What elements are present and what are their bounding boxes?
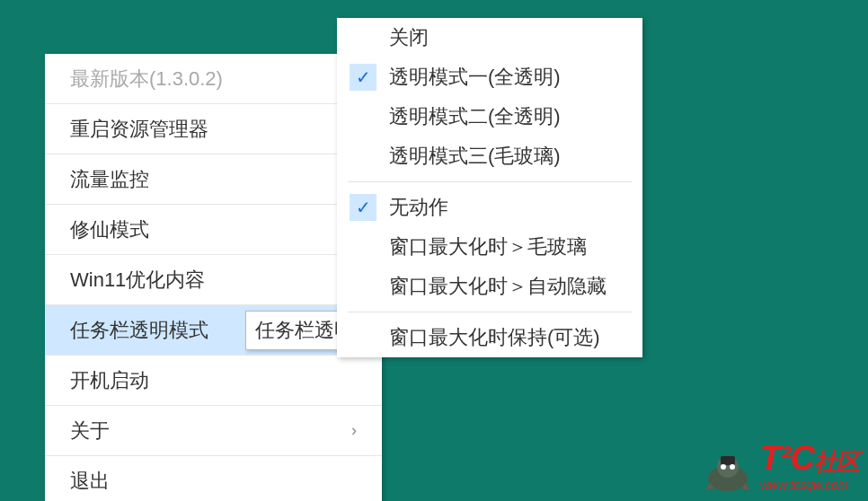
main-context-menu: 最新版本(1.3.0.2) 重启资源管理器 流量监控 › 修仙模式 › Win1… xyxy=(45,54,382,501)
menu-item-about[interactable]: 关于 › xyxy=(45,406,382,456)
submenu-item-label: 关闭 xyxy=(389,24,429,51)
submenu-item-max-glass[interactable]: 窗口最大化时＞毛玻璃 xyxy=(337,227,642,267)
menu-item-traffic-monitor[interactable]: 流量监控 › xyxy=(45,154,382,205)
watermark-text: T²C社区 www.tcsqw.com xyxy=(760,439,859,492)
submenu-item-close[interactable]: 关闭 xyxy=(337,18,642,57)
menu-item-restart-explorer[interactable]: 重启资源管理器 xyxy=(45,104,382,154)
menu-item-label: 修仙模式 xyxy=(70,216,351,243)
menu-item-exit[interactable]: 退出 xyxy=(45,456,382,501)
menu-item-label: 开机启动 xyxy=(70,367,357,394)
watermark-brand: T²C社区 xyxy=(760,439,859,477)
menu-item-label: 重启资源管理器 xyxy=(70,116,357,143)
svg-point-4 xyxy=(730,464,735,470)
submenu-item-noaction[interactable]: ✓ 无动作 xyxy=(337,188,642,227)
menu-separator xyxy=(348,312,632,312)
svg-point-3 xyxy=(721,464,726,470)
menu-item-win11-optimize[interactable]: Win11优化内容 xyxy=(45,255,382,305)
menu-title: 最新版本(1.3.0.2) xyxy=(45,54,382,104)
menu-item-label: 退出 xyxy=(70,468,357,495)
transparent-mode-submenu: 关闭 ✓ 透明模式一(全透明) 透明模式二(全透明) 透明模式三(毛玻璃) ✓ … xyxy=(337,18,642,357)
menu-title-label: 最新版本(1.3.0.2) xyxy=(70,66,357,92)
submenu-item-label: 透明模式三(毛玻璃) xyxy=(389,143,561,170)
menu-item-label: 关于 xyxy=(70,418,351,444)
menu-separator xyxy=(348,181,632,182)
submenu-item-max-keep[interactable]: 窗口最大化时保持(可选) xyxy=(337,318,642,357)
menu-item-cultivation-mode[interactable]: 修仙模式 › xyxy=(45,205,382,255)
mascot-icon xyxy=(701,447,755,492)
menu-item-label: 流量监控 xyxy=(70,166,351,193)
watermark: T²C社区 www.tcsqw.com xyxy=(701,439,859,492)
submenu-item-label: 窗口最大化时＞自动隐藏 xyxy=(389,273,607,300)
submenu-item-label: 透明模式一(全透明) xyxy=(389,64,561,91)
submenu-arrow-icon: › xyxy=(351,421,357,440)
submenu-item-mode2[interactable]: 透明模式二(全透明) xyxy=(337,97,642,136)
submenu-item-label: 窗口最大化时＞毛玻璃 xyxy=(389,233,587,260)
menu-item-label: Win11优化内容 xyxy=(70,267,357,294)
watermark-url: www.tcsqw.com xyxy=(760,478,859,492)
svg-rect-2 xyxy=(721,456,735,465)
submenu-item-label: 无动作 xyxy=(389,194,448,221)
submenu-item-max-autohide[interactable]: 窗口最大化时＞自动隐藏 xyxy=(337,267,642,306)
submenu-item-mode1[interactable]: ✓ 透明模式一(全透明) xyxy=(337,57,642,97)
submenu-item-mode3[interactable]: 透明模式三(毛玻璃) xyxy=(337,136,642,176)
check-icon: ✓ xyxy=(350,64,376,91)
check-icon: ✓ xyxy=(350,194,376,221)
submenu-item-label: 窗口最大化时保持(可选) xyxy=(389,324,600,351)
submenu-item-label: 透明模式二(全透明) xyxy=(389,103,561,130)
menu-item-taskbar-transparent[interactable]: 任务栏透明模式 任务栏透明模 xyxy=(45,305,382,356)
menu-item-startup[interactable]: 开机启动 xyxy=(45,356,382,406)
